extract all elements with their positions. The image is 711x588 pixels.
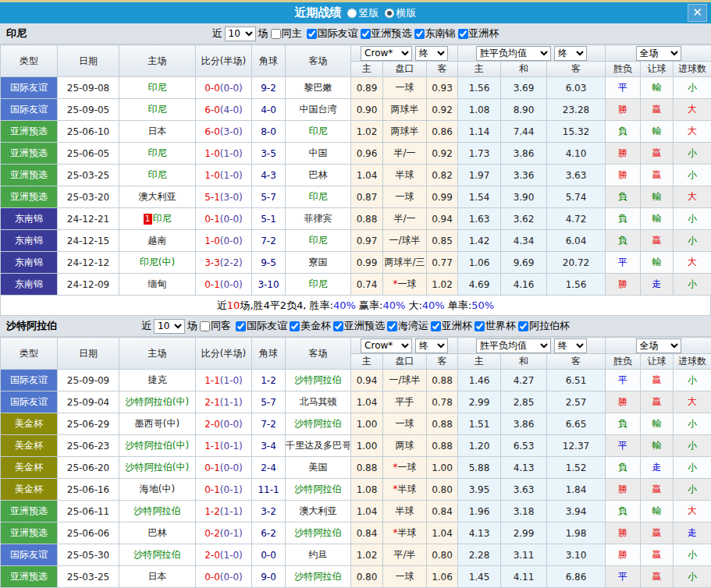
league-filter[interactable]: 国际友谊 (236, 319, 287, 333)
handicap-cell: 半球 (383, 501, 427, 522)
avg-type-select[interactable]: 胜平负均值 (476, 338, 551, 353)
home-odds-cell: 1.00 (351, 435, 383, 457)
close-button[interactable]: ✕ (688, 4, 707, 22)
league-type-cell: 亚洲预选 (1, 121, 58, 143)
date-cell: 25-09-08 (58, 77, 119, 99)
same-venue-checkbox[interactable] (200, 321, 210, 331)
fulltime-score: 1-2 (204, 506, 220, 517)
home-odds-cell: 0.88 (351, 457, 383, 479)
avg-draw-cell: 3.86 (501, 413, 547, 435)
avg-home-cell: 1.45 (458, 566, 501, 588)
avg-type-select[interactable]: 胜平负均值 (476, 46, 551, 61)
league-label: 亚洲预选 (371, 27, 412, 41)
home-team-name: 沙特阿拉伯(中) (126, 462, 189, 473)
same-venue-filter[interactable]: 同客 (200, 319, 231, 333)
league-filter[interactable]: 海湾运 (387, 319, 428, 333)
league-checkbox[interactable] (475, 321, 485, 331)
match-row: 美金杯25-06-20沙特阿拉伯(中)0-1(0-0)2-4美国0.88*一球1… (1, 457, 711, 479)
col-home: 主场 (119, 45, 196, 77)
avg-time-select[interactable]: 终 (554, 46, 587, 61)
away-team-name: 巴林 (309, 169, 328, 180)
result-cell: 平 (606, 77, 641, 99)
radio-checked-icon (385, 9, 394, 18)
fulltime-score: 1-0 (204, 170, 220, 181)
score-cell: 5-1(3-0) (196, 186, 252, 208)
odds-source-select[interactable]: Crow* (361, 338, 412, 353)
league-filter[interactable]: 世界杯 (475, 319, 516, 333)
same-venue-checkbox[interactable] (271, 29, 281, 39)
home-team-cell: 1印尼 (119, 208, 196, 230)
league-filter[interactable]: 美金杯 (290, 319, 331, 333)
avg-time-select[interactable]: 终 (554, 338, 587, 353)
avg-home-cell: 4.13 (458, 522, 501, 544)
avg-away-cell: 1.56 (547, 274, 606, 296)
league-filter[interactable]: 国际友谊 (307, 27, 358, 41)
red-card-badge: 1 (144, 214, 152, 225)
games-label: 场 (187, 319, 197, 333)
league-checkbox[interactable] (518, 321, 528, 331)
away-team-name: 北马其顿 (300, 396, 337, 407)
away-team-cell: 巴林 (286, 165, 351, 186)
league-checkbox[interactable] (361, 29, 371, 39)
away-odds-cell: 0.86 (427, 121, 458, 143)
section-team-name: 沙特阿拉伯 (6, 319, 57, 333)
avg-away-cell: 20.72 (547, 252, 606, 274)
match-count-select[interactable]: 10 (154, 319, 185, 334)
odds-source-select[interactable]: Crow* (361, 46, 412, 61)
home-team-name: 沙特阿拉伯 (134, 505, 181, 516)
score-cell: 1-0(1-0) (196, 165, 252, 186)
summary-segment: 赢率: (356, 299, 383, 311)
league-label: 国际友谊 (318, 27, 358, 41)
result-cell: 勝 (606, 99, 641, 121)
halftime-score: (0-0) (220, 214, 243, 225)
team-section: 印尼 近 10 场 同主 国际友谊亚洲预选东南锦亚洲杯 类型 日期 主场 比分(… (0, 23, 711, 316)
match-count-select[interactable]: 10 (225, 27, 256, 41)
handicap-cell: 半/一 (383, 143, 427, 165)
avg-away-cell: 1.52 (547, 457, 606, 479)
league-checkbox[interactable] (333, 321, 343, 331)
handicap-cell: 一球 (383, 186, 427, 208)
corner-cell: 5-7 (252, 186, 286, 208)
league-checkbox[interactable] (431, 321, 441, 331)
same-venue-filter[interactable]: 同主 (271, 27, 302, 41)
home-team-name: 澳大利亚 (139, 191, 176, 202)
league-filter[interactable]: 亚洲预选 (361, 27, 412, 41)
halftime-score: (1-1) (220, 506, 243, 517)
league-filter[interactable]: 亚洲杯 (458, 27, 499, 41)
corner-cell: 8-0 (252, 121, 286, 143)
league-filter[interactable]: 亚洲预选 (333, 319, 385, 333)
league-checkbox[interactable] (236, 321, 246, 331)
avg-draw-cell: 3.86 (501, 143, 547, 165)
handicap-cell: 半/一 (383, 208, 427, 230)
avg-away-cell: 5.74 (547, 186, 606, 208)
away-team-cell: 沙特阿拉伯 (286, 370, 351, 391)
layout-radio-vertical[interactable]: 竖版 (347, 6, 379, 20)
league-filters: 国际友谊亚洲预选东南锦亚洲杯 (304, 27, 499, 41)
league-checkbox[interactable] (387, 321, 397, 331)
league-checkbox[interactable] (290, 321, 300, 331)
league-filter[interactable]: 阿拉伯杯 (518, 319, 570, 333)
col-result: 胜负 (606, 62, 641, 77)
league-checkbox[interactable] (414, 29, 425, 39)
league-checkbox[interactable] (458, 29, 468, 39)
match-row: 东南锦24-12-211印尼0-1(0-0)5-1菲律宾0.88半/一0.941… (1, 208, 711, 230)
halftime-score: (0-1) (220, 484, 243, 495)
league-filter[interactable]: 东南锦 (414, 27, 456, 41)
odds-time-select[interactable]: 终 (415, 46, 448, 61)
summary-row: 近10场,胜4平2负4, 胜率:40% 赢率:40% 大:40% 单率:50% (0, 296, 711, 316)
league-filter[interactable]: 亚洲杯 (431, 319, 472, 333)
scope-group-header: 全场 (606, 338, 711, 354)
handicap-cell: 一球 (383, 566, 427, 588)
fulltime-score: 5-1 (204, 192, 220, 203)
corner-cell: 9-2 (252, 77, 286, 99)
away-team-name: 澳大利亚 (300, 505, 337, 516)
layout-radio-horizontal[interactable]: 横版 (385, 6, 417, 20)
odds-time-select[interactable]: 终 (415, 338, 448, 353)
league-label: 亚洲杯 (442, 319, 472, 333)
scope-select[interactable]: 全场 (636, 338, 681, 353)
summary-segment: 大: (405, 299, 422, 311)
league-type-cell: 东南锦 (1, 208, 58, 230)
fulltime-score: 3-3 (204, 257, 220, 268)
scope-select[interactable]: 全场 (636, 46, 681, 61)
league-checkbox[interactable] (307, 29, 317, 39)
